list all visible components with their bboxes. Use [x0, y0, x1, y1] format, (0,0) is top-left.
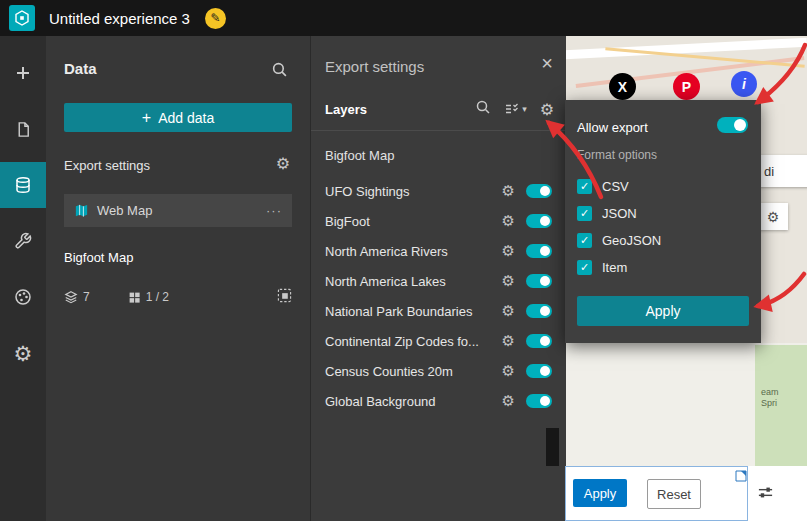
layer-gear-icon[interactable]: ⚙	[502, 212, 515, 230]
webmap-icon	[74, 203, 89, 218]
export-options-popup: Allow export Format options ✓ CSV ✓ JSON…	[565, 100, 761, 343]
add-data-label: Add data	[158, 110, 214, 126]
layer-export-toggle[interactable]	[526, 244, 552, 258]
format-label: CSV	[602, 179, 629, 194]
data-panel-title: Data	[64, 60, 97, 77]
webmap-label: Web Map	[97, 203, 152, 218]
filter-widget: Apply Reset	[565, 466, 807, 521]
layers-toolbar: ▾ ⚙	[475, 99, 554, 119]
filter-reset-button[interactable]: Reset	[647, 479, 701, 509]
layer-name: North America Rivers	[325, 244, 498, 259]
plus-icon: +	[142, 109, 151, 127]
layer-export-toggle[interactable]	[526, 274, 552, 288]
format-option-row: ✓ Item	[577, 258, 627, 276]
close-icon[interactable]: ×	[541, 52, 553, 75]
layer-row: North America Lakes ⚙	[325, 266, 552, 296]
layer-row: Global Background ⚙	[325, 386, 552, 416]
export-settings-section-label: Export settings	[64, 158, 150, 173]
builder-sidebar: ⚙	[0, 36, 46, 521]
layer-export-toggle[interactable]	[526, 394, 552, 408]
layer-name: National Park Boundaries	[325, 304, 498, 319]
page-icon	[15, 121, 32, 138]
widget-corner-icon[interactable]	[735, 468, 747, 486]
checkbox-checked-icon[interactable]: ✓	[577, 179, 592, 194]
layer-name: Census Counties 20m	[325, 364, 498, 379]
x-glyph: X	[618, 79, 627, 95]
layer-export-toggle[interactable]	[526, 214, 552, 228]
layer-gear-icon[interactable]: ⚙	[502, 242, 515, 260]
map-settings-box[interactable]: ⚙	[758, 203, 788, 230]
edit-popup-fragment: di	[758, 155, 807, 187]
search-icon[interactable]	[271, 61, 288, 82]
format-options-label: Format options	[577, 148, 657, 162]
palette-icon	[14, 288, 32, 306]
format-label: JSON	[602, 206, 637, 221]
chevron-down-icon: ▾	[522, 104, 527, 114]
info-icon[interactable]: i	[731, 71, 757, 97]
layer-gear-icon[interactable]: ⚙	[502, 392, 515, 410]
layer-row: North America Rivers ⚙	[325, 236, 552, 266]
view-count: 1 / 2	[146, 290, 169, 304]
sidebar-item-page[interactable]	[0, 106, 46, 152]
sidebar-item-theme[interactable]	[0, 274, 46, 320]
layer-gear-icon[interactable]: ⚙	[502, 332, 515, 350]
x-share-icon[interactable]: X	[609, 73, 636, 100]
webmap-list-item[interactable]: Web Map ···	[64, 194, 292, 227]
toggle-all-list-icon[interactable]: ▾	[504, 101, 527, 117]
scrollbar-thumb[interactable]	[546, 428, 559, 466]
sliders-icon[interactable]	[757, 484, 774, 505]
map-label-fragment: Spri	[761, 398, 807, 409]
layer-name: BigFoot	[325, 214, 498, 229]
sidebar-item-add[interactable]	[0, 50, 46, 96]
popup-apply-button[interactable]: Apply	[577, 296, 749, 326]
format-option-row: ✓ GeoJSON	[577, 231, 661, 249]
layer-row: BigFoot ⚙	[325, 206, 552, 236]
select-data-icon[interactable]	[277, 288, 292, 306]
layers-icon	[64, 290, 78, 304]
map-stats-row: 7 1 / 2	[64, 286, 292, 308]
format-option-row: ✓ CSV	[577, 177, 629, 195]
add-data-button[interactable]: + Add data	[64, 103, 292, 132]
layer-gear-icon[interactable]: ⚙	[502, 362, 515, 380]
data-panel: Data + Add data Export settings ⚙ Web Ma…	[46, 36, 310, 521]
export-settings-panel: Export settings × Layers ▾ ⚙ Bigfoot Map…	[310, 36, 566, 521]
export-panel-title: Export settings	[325, 58, 424, 75]
sidebar-item-settings[interactable]: ⚙	[0, 330, 46, 376]
experience-builder-window: eam Spri X P i di ⚙ Untitled experience …	[0, 0, 807, 521]
filter-apply-button[interactable]: Apply	[573, 479, 627, 507]
layer-gear-icon[interactable]: ⚙	[502, 272, 515, 290]
layer-export-toggle[interactable]	[526, 304, 552, 318]
layers-settings-gear-icon[interactable]: ⚙	[540, 100, 554, 119]
experience-builder-logo-icon	[9, 5, 35, 31]
checkbox-checked-icon[interactable]: ✓	[577, 206, 592, 221]
sidebar-item-tools[interactable]	[0, 218, 46, 264]
layer-name: Continental Zip Codes fo...	[325, 334, 498, 349]
checkbox-checked-icon[interactable]: ✓	[577, 233, 592, 248]
wrench-icon	[14, 232, 32, 250]
checkbox-checked-icon[interactable]: ✓	[577, 260, 592, 275]
more-options-icon[interactable]: ···	[266, 203, 282, 218]
sidebar-item-data[interactable]	[0, 162, 46, 208]
layer-count: 7	[83, 290, 90, 304]
edit-popup-text: di	[764, 164, 774, 179]
pinterest-share-icon[interactable]: P	[673, 73, 700, 100]
gear-icon[interactable]: ⚙	[276, 154, 290, 173]
layer-export-toggle[interactable]	[526, 334, 552, 348]
search-icon[interactable]	[475, 99, 491, 119]
allow-export-label: Allow export	[577, 120, 648, 135]
gear-icon: ⚙	[767, 209, 780, 225]
selected-map-name: Bigfoot Map	[64, 250, 133, 265]
app-title: Untitled experience 3	[49, 10, 190, 27]
layer-export-toggle[interactable]	[526, 184, 552, 198]
layer-name: Global Background	[325, 394, 498, 409]
rename-pencil-icon[interactable]: ✎	[205, 8, 226, 29]
allow-export-toggle[interactable]	[717, 117, 748, 133]
gear-icon: ⚙	[14, 343, 33, 364]
layer-export-toggle[interactable]	[526, 364, 552, 378]
views-icon	[128, 291, 141, 304]
map-label-fragment: eam	[761, 387, 807, 398]
database-icon	[14, 176, 32, 194]
webmap-group-name: Bigfoot Map	[325, 148, 394, 163]
layer-gear-icon[interactable]: ⚙	[502, 182, 515, 200]
layer-gear-icon[interactable]: ⚙	[502, 302, 515, 320]
